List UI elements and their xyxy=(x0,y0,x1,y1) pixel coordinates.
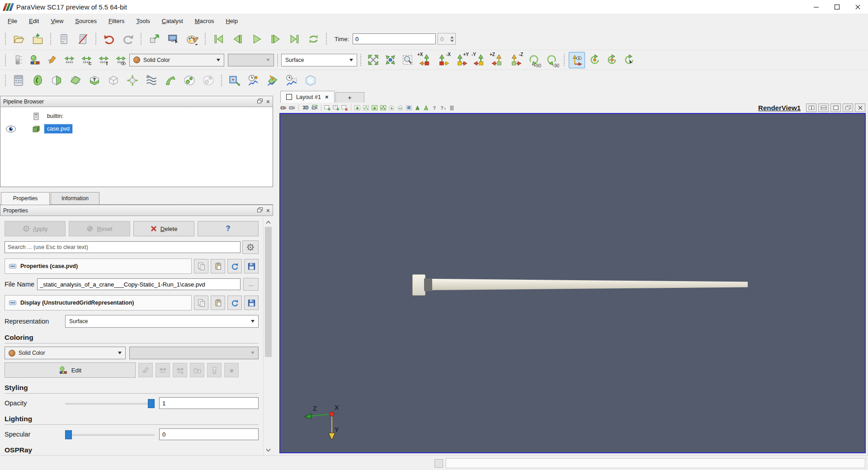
panel-splitter[interactable] xyxy=(273,90,277,455)
slice-button[interactable] xyxy=(67,71,84,89)
coloring-mode-select[interactable]: Solid Color xyxy=(5,347,126,359)
reset-button[interactable]: Reset xyxy=(69,221,130,236)
edit-d-button[interactable]: e xyxy=(224,363,239,377)
browse-button[interactable]: ... xyxy=(243,278,259,291)
close-button[interactable] xyxy=(847,0,868,14)
open-file-button[interactable] xyxy=(10,30,27,47)
specular-slider-handle[interactable] xyxy=(65,430,72,439)
extract-level-button[interactable] xyxy=(200,71,217,89)
calculator-button[interactable] xyxy=(10,71,27,89)
pick-center-button[interactable] xyxy=(604,52,619,68)
float-view-button[interactable] xyxy=(843,103,853,112)
close-panel-icon[interactable]: × xyxy=(266,207,270,214)
toggle-color-legend-button[interactable] xyxy=(10,52,25,68)
status-splitter-handle[interactable] xyxy=(434,459,443,468)
copy-button[interactable] xyxy=(194,259,208,273)
source-properties-section-header[interactable]: Properties (case.pvd) xyxy=(5,258,192,274)
menu-macros[interactable]: Macros xyxy=(191,16,218,26)
maximize-view-button[interactable] xyxy=(830,103,841,112)
reset-camera-button[interactable] xyxy=(365,52,381,68)
clip-button[interactable] xyxy=(48,71,65,89)
apply-source-button[interactable] xyxy=(146,30,163,47)
group-datasets-button[interactable] xyxy=(181,71,198,89)
plot-over-time-button[interactable] xyxy=(245,71,262,89)
float-panel-icon[interactable] xyxy=(257,207,263,214)
representation-select[interactable]: Surface xyxy=(65,315,259,328)
loop-button[interactable] xyxy=(305,30,322,47)
time-index-spinbox[interactable]: 0 xyxy=(438,33,456,45)
plot-over-line-button[interactable] xyxy=(264,71,281,89)
refresh-button[interactable] xyxy=(227,259,242,273)
time-value-input[interactable] xyxy=(353,33,436,44)
last-frame-button[interactable] xyxy=(286,30,303,47)
properties-scrollbar[interactable] xyxy=(263,217,273,455)
menu-help[interactable]: Help xyxy=(222,16,242,26)
legend-d-button[interactable] xyxy=(207,363,222,377)
zoom-to-data-button[interactable] xyxy=(382,52,398,68)
select-points-rect-button[interactable] xyxy=(362,103,370,112)
zoom-to-box-button[interactable] xyxy=(400,52,415,68)
new-layout-tab[interactable]: + xyxy=(335,92,364,103)
select-points-through-button[interactable] xyxy=(379,103,387,112)
rescale-temporal-d-button[interactable]: t xyxy=(173,363,187,377)
plot-selection-over-time-button[interactable] xyxy=(283,71,300,89)
play-button[interactable] xyxy=(248,30,265,47)
camera-green-button[interactable] xyxy=(311,103,319,112)
first-frame-button[interactable] xyxy=(210,30,227,47)
menu-filters[interactable]: Filters xyxy=(104,16,128,26)
rotate-90-ccw-button[interactable]: -90 xyxy=(543,52,560,68)
camera-minus-y-button[interactable]: -Y xyxy=(471,52,487,68)
visibility-eye-icon[interactable] xyxy=(0,125,21,133)
extract-subset-button[interactable] xyxy=(105,71,122,89)
menu-sources[interactable]: Sources xyxy=(71,16,101,26)
toggle-2d-3d-button[interactable]: 3D xyxy=(301,105,311,110)
screenshot-button[interactable] xyxy=(165,30,182,47)
select-cells-polygon-button[interactable] xyxy=(387,103,396,112)
interactive-select-points-button[interactable] xyxy=(422,103,430,112)
pipeline-browser-header[interactable]: Pipeline Browser × xyxy=(0,96,273,107)
pipeline-item-case-pvd[interactable]: case.pvd xyxy=(0,122,273,135)
redo-button[interactable] xyxy=(119,30,137,47)
maximize-button[interactable] xyxy=(826,0,847,14)
threshold-button[interactable] xyxy=(86,71,103,89)
edit-color-map-button[interactable] xyxy=(27,52,42,68)
tab-properties[interactable]: Properties xyxy=(1,192,50,205)
refresh-button[interactable] xyxy=(227,296,242,310)
convert-view-button[interactable] xyxy=(332,103,340,112)
menu-file[interactable]: File xyxy=(4,16,21,26)
layout-tab[interactable]: Layout #1 × xyxy=(280,91,335,103)
menu-catalyst[interactable]: Catalyst xyxy=(158,16,187,26)
spin-up-icon[interactable] xyxy=(450,36,454,38)
close-panel-icon[interactable]: × xyxy=(266,99,270,105)
stream-tracer-button[interactable] xyxy=(143,71,160,89)
select-cells-through-button[interactable] xyxy=(370,103,379,112)
next-frame-button[interactable] xyxy=(267,30,284,47)
camera-plus-z-button[interactable]: +Z xyxy=(489,52,505,68)
opacity-input[interactable] xyxy=(159,397,259,409)
save-button[interactable] xyxy=(244,259,259,273)
split-horizontal-button[interactable] xyxy=(806,103,816,112)
contour-button[interactable] xyxy=(29,71,46,89)
camera-plus-y-button[interactable]: +Y xyxy=(453,52,469,68)
opacity-slider[interactable] xyxy=(65,399,155,408)
crane-beam-model[interactable] xyxy=(412,273,748,296)
hover-cells-button[interactable]: ? xyxy=(430,103,439,112)
warp-by-vector-button[interactable] xyxy=(162,71,179,89)
specular-input[interactable] xyxy=(159,428,259,440)
scrollbar-thumb[interactable] xyxy=(265,227,272,357)
pipeline-tree[interactable]: builtin: case.pvd xyxy=(0,107,273,187)
camera-plus-x-button[interactable]: +X xyxy=(417,52,433,68)
scroll-up-icon[interactable] xyxy=(265,219,272,226)
search-input[interactable] xyxy=(5,241,241,253)
menu-edit[interactable]: Edit xyxy=(25,16,43,26)
probe-location-button[interactable] xyxy=(226,71,243,89)
minimize-button[interactable] xyxy=(806,0,826,14)
search-options-button[interactable] xyxy=(242,240,259,254)
select-points-polygon-button[interactable] xyxy=(396,103,405,112)
adjust-camera-button[interactable] xyxy=(288,103,297,112)
paste-button[interactable] xyxy=(211,296,225,310)
menu-view[interactable]: View xyxy=(47,16,67,26)
help-button[interactable]: ? xyxy=(198,221,259,236)
rescale-temporal-range-button[interactable]: t xyxy=(96,52,111,68)
pipeline-item-builtin[interactable]: builtin: xyxy=(0,110,273,122)
